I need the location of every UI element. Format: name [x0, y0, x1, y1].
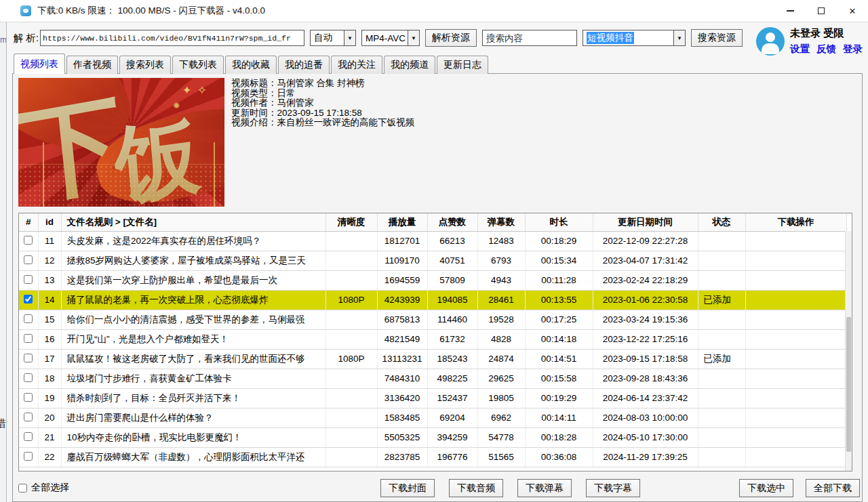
- cell-duration: 00:18:29: [525, 231, 593, 251]
- cell-ops: [745, 270, 846, 290]
- scrollbar-thumb[interactable]: [846, 317, 851, 451]
- table-row[interactable]: 20进出房门需要爬山是什么样的体验？158348569204696200:14:…: [19, 408, 846, 427]
- row-checkbox[interactable]: [24, 255, 33, 264]
- close-button[interactable]: ✕: [837, 0, 868, 22]
- tab-my-channels[interactable]: 我的频道: [384, 56, 435, 74]
- cell-duration: 00:11:28: [525, 270, 593, 290]
- source-select-value: 短视频抖音: [583, 30, 673, 45]
- column-header[interactable]: #: [19, 213, 38, 231]
- row-checkbox[interactable]: [24, 413, 33, 421]
- cell-ops: [745, 408, 846, 427]
- download-selected-button[interactable]: 下载选中: [739, 479, 793, 497]
- background-text-fragment: m: [0, 35, 7, 45]
- cell-duration: 00:15:58: [525, 369, 593, 388]
- tab-my-following[interactable]: 我的关注: [331, 56, 382, 74]
- cell-danmaku: 6962: [477, 408, 525, 427]
- column-header[interactable]: 清晰度: [326, 213, 377, 231]
- cell-duration: 00:14:11: [525, 408, 593, 427]
- table-row[interactable]: 22鏖战百万级蟑螂大军（非虚数），心理阴影面积比太平洋还282378519677…: [19, 447, 846, 467]
- table-row[interactable]: 16开门见“山”，光是想入个户都难如登天！482154961732482800:…: [19, 329, 846, 349]
- column-header[interactable]: 时长: [525, 213, 593, 231]
- table-row[interactable]: 12拯救85岁网购达人婆婆家，屋子被堆成菜鸟驿站，又是三天11091704075…: [19, 251, 846, 270]
- download-cover-button[interactable]: 下载封面: [380, 479, 435, 497]
- table-row[interactable]: 14捅了鼠鼠的老巢，再一次突破上限，心态彻底爆炸1080P42439391940…: [19, 290, 846, 310]
- column-header[interactable]: 文件名规则 > [文件名]: [61, 213, 326, 231]
- cell-updated: 2022-12-09 22:27:28: [593, 231, 698, 251]
- parse-resource-button[interactable]: 解析资源: [425, 29, 477, 47]
- table-row[interactable]: 2110秒内夺走你的卧槽，现实比电影更魔幻！550532539425954778…: [19, 427, 846, 447]
- tab-download-list[interactable]: 下载列表: [172, 56, 224, 74]
- vertical-scrollbar[interactable]: [845, 231, 852, 471]
- background-window-strip: m 措: [0, 22, 7, 502]
- cell-status: [698, 447, 745, 467]
- row-checkbox[interactable]: [24, 314, 33, 323]
- tab-author-videos[interactable]: 作者视频: [66, 56, 118, 74]
- row-checkbox[interactable]: [24, 452, 33, 461]
- cell-views: 1583485: [377, 408, 427, 427]
- select-all-checkbox[interactable]: [18, 484, 27, 493]
- table-row[interactable]: 11头皮发麻，这是2022年真实存在的居住环境吗？181270166213124…: [19, 231, 846, 251]
- format-select[interactable]: MP4-AVC ▼: [361, 30, 420, 46]
- row-checkbox[interactable]: [24, 275, 33, 284]
- tab-video-list[interactable]: 视频列表: [14, 54, 65, 74]
- table-row[interactable]: 17鼠鼠猛攻！被这老房破了大防了，看来我们见的世面还不够1080P1311323…: [19, 349, 846, 369]
- video-banner: 下 饭 ✦✧ ✺: [18, 78, 224, 207]
- column-header[interactable]: 状态: [698, 213, 745, 231]
- cell-danmaku: 19805: [477, 388, 525, 408]
- table-row[interactable]: 15给你们一点小小的清洁震撼，感受下世界的参差，马俐最强687581311446…: [19, 310, 846, 329]
- column-header[interactable]: 点赞数: [427, 213, 477, 231]
- column-header[interactable]: 弹幕数: [477, 213, 525, 231]
- download-audio-button[interactable]: 下载音频: [449, 479, 503, 497]
- cell-ops: [745, 388, 846, 408]
- row-checkbox[interactable]: [24, 432, 33, 441]
- column-header[interactable]: 更新日期时间: [593, 213, 698, 231]
- tab-my-bangumi[interactable]: 我的追番: [278, 56, 330, 74]
- row-checkbox[interactable]: [24, 354, 33, 362]
- cell-status: [698, 427, 745, 447]
- row-checkbox[interactable]: [24, 295, 33, 304]
- minimize-button[interactable]: [774, 0, 806, 22]
- login-link[interactable]: 登录: [843, 43, 863, 56]
- column-header[interactable]: id: [38, 213, 61, 231]
- download-subtitle-button[interactable]: 下载字幕: [586, 479, 640, 497]
- tab-search-list[interactable]: 搜索列表: [119, 56, 171, 74]
- cell-id: 12: [38, 251, 61, 270]
- quality-select[interactable]: 自动 ▼: [310, 30, 356, 46]
- settings-link[interactable]: 设置: [790, 43, 810, 56]
- select-all[interactable]: 全部选择: [18, 482, 69, 494]
- cell-likes: 394259: [427, 427, 477, 447]
- row-checkbox[interactable]: [24, 373, 33, 382]
- row-checkbox[interactable]: [24, 334, 33, 343]
- cell-danmaku: 28461: [477, 290, 525, 310]
- tab-changelog[interactable]: 更新日志: [437, 56, 488, 74]
- avatar[interactable]: [756, 27, 785, 56]
- window-title: 下载:0 KB/s 限速： 100.00 MB/S - 闪豆下载器 - v4.0…: [37, 5, 265, 17]
- search-input[interactable]: [482, 30, 577, 46]
- download-all-button[interactable]: 全部下载: [806, 479, 860, 497]
- table-row[interactable]: 13这是我们第一次穿上防护服出单，希望也是最后一次169455957809494…: [19, 270, 846, 290]
- row-checkbox[interactable]: [24, 393, 33, 402]
- tab-my-favorites[interactable]: 我的收藏: [225, 56, 277, 74]
- cell-views: 5505325: [377, 427, 427, 447]
- cell-quality: [326, 447, 377, 467]
- search-resource-button[interactable]: 搜索资源: [691, 29, 743, 47]
- table-row[interactable]: 18垃圾堵门寸步难行，喜获黄金矿工体验卡74843104982252962500…: [19, 369, 846, 388]
- feedback-link[interactable]: 反馈: [816, 43, 836, 56]
- bottom-bar: 全部选择 下载封面下载音频下载弹幕下载字幕 下载选中全部下载: [13, 476, 862, 501]
- table-row[interactable]: 19猎杀时刻到了，目标：全员歼灭并活下来！3136420152437198050…: [19, 388, 846, 408]
- url-input[interactable]: [40, 30, 304, 46]
- column-header[interactable]: 播放量: [377, 213, 427, 231]
- source-select[interactable]: 短视频抖音 ▼: [583, 30, 686, 46]
- column-header[interactable]: 下载操作: [745, 213, 846, 231]
- maximize-button[interactable]: [806, 0, 837, 22]
- row-checkbox[interactable]: [24, 236, 33, 245]
- cell-status: 已添加: [698, 349, 745, 369]
- gold-line-decoration: [214, 142, 215, 207]
- cell-title: 垃圾堵门寸步难行，喜获黄金矿工体验卡: [61, 369, 326, 388]
- cell-title: 进出房门需要爬山是什么样的体验？: [61, 408, 326, 427]
- cell-id: 11: [38, 231, 61, 251]
- cell-status: [698, 310, 745, 329]
- download-danmaku-button[interactable]: 下载弹幕: [517, 479, 572, 497]
- cell-status: [698, 388, 745, 408]
- cell-id: 18: [38, 369, 61, 388]
